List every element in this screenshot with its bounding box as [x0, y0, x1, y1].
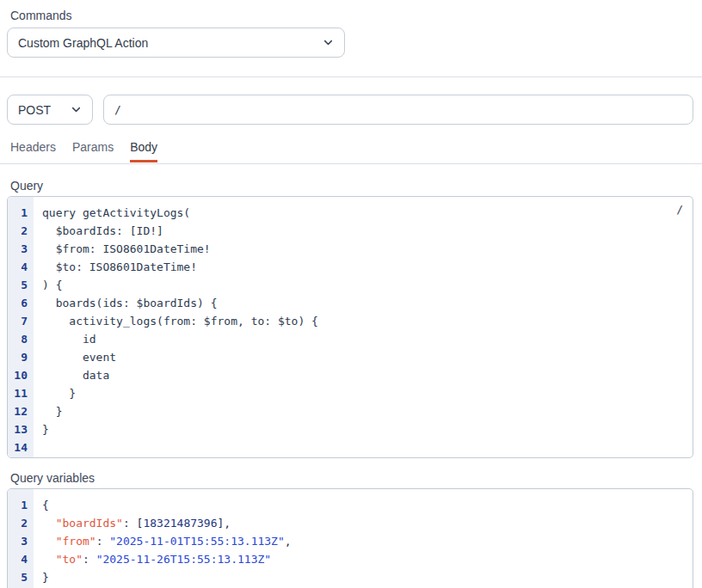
editor-slash-indicator: /	[676, 203, 683, 216]
code-line: "boardIds": [18321487396],	[42, 514, 684, 532]
commands-label: Commands	[10, 8, 72, 23]
code-line: $to: ISO8601DateTime!	[42, 258, 684, 276]
tab-headers[interactable]: Headers	[10, 139, 56, 162]
code-line: {	[42, 496, 684, 514]
line-number: 6	[8, 294, 28, 312]
line-number: 3	[8, 240, 28, 258]
code-line: ) {	[42, 276, 684, 294]
query-code-editor[interactable]: 1234567891011121314 query getActivityLog…	[7, 196, 693, 458]
code-line: $boardIds: [ID!]	[42, 222, 684, 240]
query-code-content[interactable]: query getActivityLogs( $boardIds: [ID!] …	[34, 197, 693, 457]
chevron-down-icon	[323, 37, 334, 48]
line-number: 7	[8, 312, 28, 330]
code-line: boards(ids: $boardIds) {	[42, 294, 684, 312]
commands-select-value: Custom GraphQL Action	[18, 36, 148, 50]
line-number: 10	[8, 366, 28, 384]
code-line: "from": "2025-11-01T15:55:13.113Z",	[42, 532, 684, 550]
request-tabs: HeadersParamsBody	[10, 139, 157, 162]
line-number: 12	[8, 402, 28, 420]
line-number: 2	[8, 514, 28, 532]
query-variables-label: Query variables	[10, 470, 95, 486]
code-line: }	[42, 420, 684, 438]
code-line	[42, 438, 684, 456]
code-line: query getActivityLogs(	[42, 204, 684, 222]
line-number: 4	[8, 550, 28, 568]
line-number: 2	[8, 222, 28, 240]
tabs-border	[0, 163, 702, 164]
code-line: event	[42, 348, 684, 366]
line-number: 5	[8, 276, 28, 294]
line-number: 11	[8, 384, 28, 402]
tab-params[interactable]: Params	[72, 139, 114, 162]
code-line: }	[42, 384, 684, 402]
query-variables-editor[interactable]: 12345 { "boardIds": [18321487396], "from…	[7, 488, 693, 588]
code-line: "to": "2025-11-26T15:55:13.113Z"	[42, 550, 684, 568]
line-number: 3	[8, 532, 28, 550]
commands-select[interactable]: Custom GraphQL Action	[7, 28, 345, 58]
section-divider	[0, 77, 702, 77]
query-variables-content[interactable]: { "boardIds": [18321487396], "from": "20…	[34, 489, 693, 588]
line-number: 14	[8, 438, 28, 456]
code-line: activity_logs(from: $from, to: $to) {	[42, 312, 684, 330]
line-number: 1	[8, 496, 28, 514]
line-number: 8	[8, 330, 28, 348]
line-number: 4	[8, 258, 28, 276]
code-line: $from: ISO8601DateTime!	[42, 240, 684, 258]
method-select[interactable]: POST	[7, 95, 93, 125]
url-input[interactable]	[103, 95, 693, 125]
line-number-gutter: 12345	[8, 489, 34, 588]
line-number: 9	[8, 348, 28, 366]
code-line: id	[42, 330, 684, 348]
query-label: Query	[10, 178, 43, 193]
line-number: 13	[8, 420, 28, 438]
chevron-down-icon	[71, 104, 82, 115]
code-line: data	[42, 366, 684, 384]
tab-body[interactable]: Body	[130, 139, 157, 162]
method-select-value: POST	[18, 103, 51, 117]
line-number: 1	[8, 204, 28, 222]
line-number-gutter: 1234567891011121314	[8, 197, 34, 457]
code-line: }	[42, 402, 684, 420]
line-number: 5	[8, 568, 28, 586]
code-line: }	[42, 568, 684, 586]
